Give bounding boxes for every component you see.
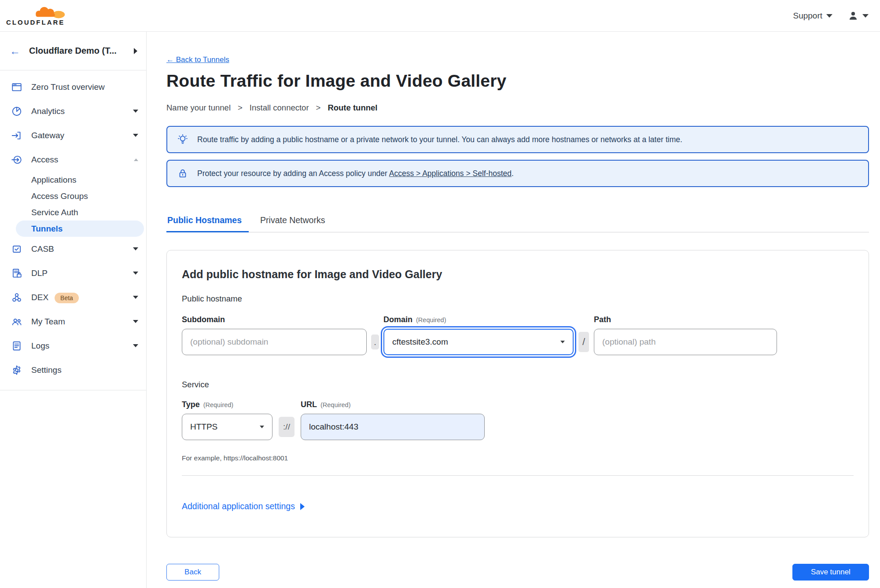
url-example-hint: For example, https://localhost:8001 [182, 454, 854, 462]
back-to-tunnels-link[interactable]: ← Back to Tunnels [166, 55, 229, 64]
service-url-input[interactable] [301, 414, 485, 440]
sidebar-item-label: Applications [31, 175, 76, 185]
additional-settings-label: Additional application settings [182, 501, 295, 511]
card-heading: Add public hostname for Image and Video … [182, 268, 854, 281]
analytics-icon [11, 106, 22, 117]
info-banner-route-traffic: Route traffic by adding a public hostnam… [166, 126, 869, 153]
chevron-down-icon [862, 14, 869, 18]
beta-badge: Beta [55, 293, 79, 303]
logs-icon [11, 340, 22, 352]
sidebar-item-access-groups[interactable]: Access Groups [0, 188, 146, 204]
breadcrumb-separator: > [316, 103, 321, 113]
subdomain-input[interactable] [182, 329, 367, 355]
dot-separator: . [371, 334, 379, 349]
sidebar-item-label: Settings [31, 365, 138, 375]
scheme-separator: :// [279, 417, 295, 437]
step-name-your-tunnel[interactable]: Name your tunnel [166, 103, 231, 113]
sidebar-item-dex[interactable]: DEXBeta [0, 285, 146, 309]
subdomain-label: Subdomain [182, 315, 367, 324]
chevron-down-icon [133, 296, 138, 299]
chevron-down-icon [133, 344, 138, 347]
sidebar-item-logs[interactable]: Logs [0, 334, 146, 358]
sidebar-item-label: Analytics [31, 107, 133, 116]
chevron-down-icon [133, 247, 138, 250]
chevron-down-icon [560, 341, 565, 343]
path-label: Path [594, 315, 777, 324]
chevron-down-icon [133, 320, 138, 323]
chevron-right-icon[interactable] [134, 48, 137, 54]
top-bar: CLOUDFLARE Support [0, 0, 880, 32]
sidebar-account-header[interactable]: ← Cloudflare Demo (T... [0, 32, 146, 70]
team-icon [11, 316, 22, 327]
breadcrumb: Name your tunnel > Install connector > R… [166, 103, 869, 113]
sidebar-item-label: Access [31, 155, 134, 165]
back-button[interactable]: Back [166, 564, 219, 581]
sidebar-item-label: DLP [31, 268, 133, 278]
sidebar-item-label: Gateway [31, 131, 133, 140]
settings-gear-icon [11, 364, 22, 376]
sidebar-item-analytics[interactable]: Analytics [0, 99, 146, 123]
sidebar-item-label: My Team [31, 317, 133, 327]
gateway-icon [11, 130, 22, 141]
sidebar-item-my-team[interactable]: My Team [0, 309, 146, 334]
service-type-value: HTTPS [190, 422, 217, 432]
support-label: Support [793, 11, 822, 21]
back-arrow-icon[interactable]: ← [10, 46, 20, 56]
required-hint: (Required) [203, 401, 234, 408]
service-type-select[interactable]: HTTPS [182, 414, 272, 440]
chevron-down-icon [260, 426, 264, 428]
info-banner-access-policy: Protect your resource by adding an Acces… [166, 160, 869, 187]
sidebar-item-applications[interactable]: Applications [0, 172, 146, 188]
sidebar-item-casb[interactable]: CASB [0, 237, 146, 261]
chevron-right-icon [300, 503, 305, 510]
sidebar-item-label: Service Auth [31, 208, 78, 217]
sidebar-item-settings[interactable]: Settings [0, 358, 146, 382]
main-content: ← Back to Tunnels Route Traffic for Imag… [147, 32, 880, 588]
additional-settings-toggle[interactable]: Additional application settings [182, 501, 854, 511]
dlp-icon [11, 268, 22, 279]
sidebar-item-dlp[interactable]: DLP [0, 261, 146, 285]
lock-icon [177, 168, 188, 179]
step-install-connector[interactable]: Install connector [250, 103, 309, 113]
page-title: Route Traffic for Image and Video Galler… [166, 71, 869, 91]
dex-icon [11, 292, 22, 303]
sidebar-item-label: Zero Trust overview [31, 82, 138, 92]
domain-label: Domain(Required) [383, 315, 574, 324]
sidebar-item-label: Logs [31, 341, 133, 351]
domain-select[interactable]: cftestsite3.com [383, 329, 574, 355]
sidebar-item-access[interactable]: Access [0, 147, 146, 172]
tab-public-hostnames[interactable]: Public Hostnames [166, 215, 249, 232]
required-hint: (Required) [320, 401, 351, 408]
type-label: Type(Required) [182, 400, 272, 409]
sidebar-item-service-auth[interactable]: Service Auth [0, 204, 146, 220]
access-policy-link[interactable]: Access > Applications > Self-hosted [389, 169, 512, 178]
step-route-tunnel: Route tunnel [328, 103, 377, 113]
service-section-label: Service [182, 380, 854, 390]
tab-bar: Public Hostnames Private Networks [166, 215, 869, 232]
save-tunnel-button[interactable]: Save tunnel [792, 564, 869, 581]
sidebar-item-label: DEXBeta [31, 293, 133, 302]
path-input[interactable] [594, 329, 777, 355]
banner-text: Route traffic by adding a public hostnam… [197, 135, 682, 144]
sidebar: ← Cloudflare Demo (T... Zero Trust overv… [0, 32, 147, 588]
support-dropdown[interactable]: Support [793, 11, 832, 21]
user-icon [847, 10, 859, 22]
sidebar-item-label: Tunnels [31, 224, 63, 234]
breadcrumb-separator: > [238, 103, 243, 113]
tab-private-networks[interactable]: Private Networks [259, 215, 332, 232]
user-menu[interactable] [847, 10, 869, 22]
footer-actions: Back Save tunnel [166, 564, 869, 581]
sidebar-item-tunnels[interactable]: Tunnels [16, 220, 144, 237]
url-label: URL(Required) [301, 400, 485, 409]
public-hostname-card: Add public hostname for Image and Video … [166, 250, 869, 537]
cloudflare-logo: CLOUDFLARE [6, 5, 72, 26]
chevron-down-icon [133, 134, 138, 137]
sidebar-item-zero-trust-overview[interactable]: Zero Trust overview [0, 75, 146, 99]
access-icon [11, 154, 22, 165]
sidebar-item-gateway[interactable]: Gateway [0, 123, 146, 147]
cloudflare-wordmark: CLOUDFLARE [6, 18, 72, 26]
slash-separator: / [578, 332, 589, 352]
domain-select-value: cftestsite3.com [392, 337, 448, 347]
overview-icon [11, 81, 22, 93]
public-hostname-section-label: Public hostname [182, 294, 854, 304]
